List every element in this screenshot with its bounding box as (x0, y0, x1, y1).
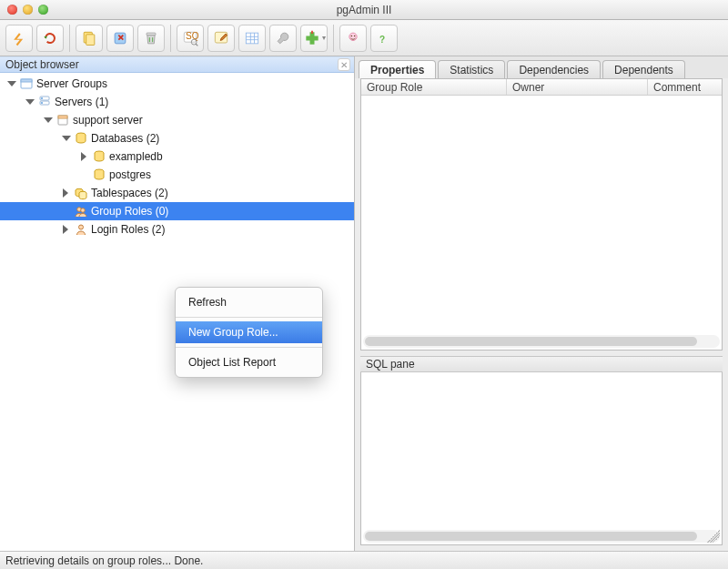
detail-pane: Properties Statistics Dependencies Depen… (355, 56, 728, 551)
tablespace-icon (74, 186, 88, 200)
login-roles-icon (74, 222, 88, 237)
expand-toggle-icon[interactable] (60, 188, 72, 199)
horizontal-scrollbar[interactable] (363, 530, 720, 543)
tree-login-roles[interactable]: Login Roles (2) (0, 220, 354, 239)
database-icon (92, 149, 106, 164)
databases-icon (74, 131, 88, 146)
svg-rect-19 (21, 79, 32, 82)
properties-button[interactable] (76, 25, 103, 52)
horizontal-scrollbar[interactable] (363, 335, 720, 348)
tree-label: Databases (2) (91, 132, 159, 145)
server-group-icon (19, 76, 34, 91)
maintenance-button[interactable] (269, 25, 297, 52)
object-browser-header: Object browser ✕ (0, 56, 354, 73)
expand-toggle-icon[interactable] (42, 115, 54, 127)
svg-point-16 (354, 35, 356, 36)
plugins-button[interactable]: ▾ (300, 25, 328, 52)
resize-grip-icon[interactable] (707, 530, 720, 543)
tree-servers[interactable]: Servers (1) (0, 93, 354, 111)
properties-body (361, 96, 722, 350)
guru-hints-button[interactable] (339, 25, 367, 52)
tab-properties[interactable]: Properties (359, 60, 436, 78)
svg-text:?: ? (379, 35, 385, 45)
database-icon (92, 168, 106, 182)
object-browser-pane: Object browser ✕ Server Groups Servers (… (0, 56, 355, 551)
drop-button[interactable] (106, 25, 134, 52)
sql-pane-header: SQL pane (360, 356, 723, 372)
properties-column-headers: Group Role Owner Comment (361, 79, 722, 96)
sql-pane[interactable] (360, 372, 723, 545)
svg-line-7 (196, 43, 198, 46)
svg-rect-1 (86, 34, 95, 45)
tree-label: Server Groups (36, 77, 107, 90)
tree-label: Login Roles (2) (91, 223, 165, 236)
scrollbar-thumb[interactable] (365, 532, 697, 541)
expand-toggle-icon[interactable] (24, 97, 35, 108)
server-icon (56, 113, 70, 127)
tree-exampledb[interactable]: exampledb (0, 147, 354, 166)
tree-support-server[interactable]: support server (0, 111, 354, 129)
help-button[interactable]: ? (370, 25, 398, 52)
trash-button[interactable] (137, 25, 165, 52)
close-pane-button[interactable]: ✕ (338, 58, 350, 71)
svg-point-23 (41, 102, 43, 104)
ctx-separator (176, 347, 322, 348)
tab-dependencies[interactable]: Dependencies (507, 60, 601, 78)
svg-point-33 (79, 225, 84, 229)
group-roles-icon (74, 204, 88, 218)
col-owner[interactable]: Owner (507, 79, 648, 95)
tree-databases[interactable]: Databases (2) (0, 129, 354, 147)
tree-label: postgres (109, 168, 151, 181)
tab-statistics[interactable]: Statistics (438, 60, 505, 78)
detail-tabs: Properties Statistics Dependencies Depen… (355, 56, 728, 78)
tree-group-roles[interactable]: Group Roles (0) (0, 202, 354, 220)
tree-label: exampledb (109, 150, 163, 163)
svg-point-15 (351, 35, 353, 36)
expand-toggle-icon[interactable] (60, 224, 72, 236)
svg-text:SQL: SQL (186, 30, 199, 40)
expand-toggle-icon[interactable] (60, 133, 72, 145)
ctx-separator (176, 317, 322, 318)
status-text: Retrieving details on group roles... Don… (5, 554, 203, 567)
ctx-object-list-report[interactable]: Object List Report (176, 351, 322, 373)
ctx-new-group-role[interactable]: New Group Role... (176, 321, 322, 343)
svg-point-22 (41, 97, 43, 99)
scrollbar-thumb[interactable] (365, 337, 697, 346)
tree-label: support server (73, 114, 143, 127)
tree-postgres[interactable]: postgres (0, 166, 354, 184)
tab-dependents[interactable]: Dependents (602, 60, 685, 78)
tree-label: Tablespaces (2) (91, 187, 168, 199)
properties-box: Group Role Owner Comment (360, 78, 723, 351)
svg-rect-25 (58, 116, 67, 118)
connect-button[interactable] (5, 25, 33, 52)
tree-label: Servers (1) (55, 96, 108, 108)
tree-server-groups[interactable]: Server Groups (0, 75, 354, 93)
main-toolbar: SQL ▾ ? (0, 20, 728, 56)
window-titlebar: pgAdmin III (0, 0, 728, 20)
context-menu: Refresh New Group Role... Object List Re… (175, 287, 323, 378)
tree-label: Group Roles (0) (91, 205, 168, 218)
ctx-refresh[interactable]: Refresh (176, 291, 322, 313)
svg-rect-3 (147, 33, 156, 36)
status-bar: Retrieving details on group roles... Don… (0, 551, 728, 569)
window-title: pgAdmin III (0, 4, 728, 16)
servers-icon (37, 95, 52, 109)
query-tool-button[interactable] (207, 25, 235, 52)
tree-tablespaces[interactable]: Tablespaces (2) (0, 184, 354, 202)
svg-point-32 (81, 208, 86, 213)
refresh-button[interactable] (36, 25, 64, 52)
sql-button[interactable]: SQL (177, 25, 204, 52)
col-comment[interactable]: Comment (648, 79, 722, 95)
col-group-role[interactable]: Group Role (361, 79, 507, 95)
view-data-button[interactable] (238, 25, 266, 52)
object-browser-title: Object browser (5, 58, 79, 71)
expand-toggle-icon[interactable] (78, 151, 90, 163)
expand-toggle-icon[interactable] (5, 78, 17, 90)
svg-rect-9 (246, 33, 258, 44)
